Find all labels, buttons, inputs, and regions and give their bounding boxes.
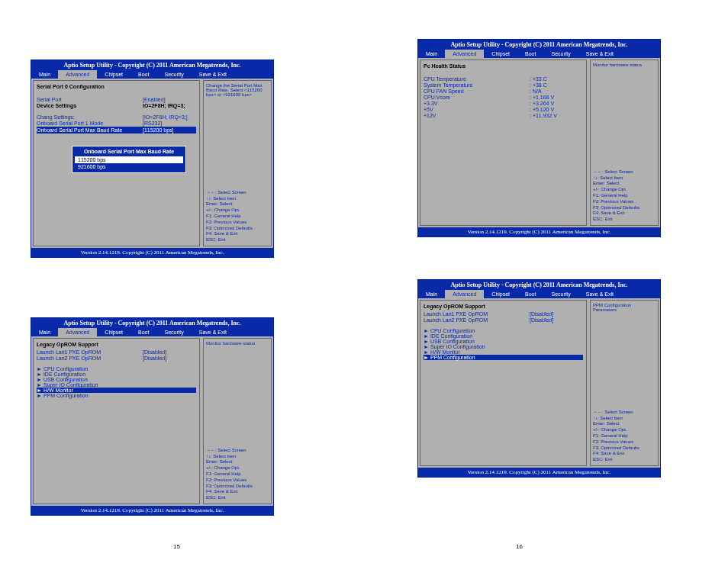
tab-main[interactable]: Main [31,328,58,336]
submenu-ide[interactable]: ► IDE Configuration [424,333,583,339]
row-max-baud-selected[interactable]: Onboard Serial Port Max Baud Rate[115200… [37,127,196,134]
popup-title: Onboard Serial Port Max Baud Rate [75,149,183,154]
row-lan1-oprom[interactable]: Launch Lan1 PXE OpROM[Disabled] [37,349,196,355]
tab-boot[interactable]: Boot [130,328,156,336]
key-hint: +/-: Change Opt. [593,187,656,193]
submenu-ppm-selected[interactable]: ► PPM Configuration [424,355,583,360]
key-hint: F3: Optimized Defaults [593,205,656,211]
row-lan2-oprom[interactable]: Launch Lan2 PXE OpROM[Disabled] [424,317,583,323]
popup-option-115200[interactable]: 115200 bps [75,156,183,163]
key-hint: F4: Save & Exit [206,489,269,495]
row-3v3: +3.3V: +3.264 V [424,101,583,106]
title-bar: Aptio Setup Utility - Copyright (C) 2011… [31,60,273,70]
tab-security[interactable]: Security [156,70,191,79]
key-hint: F3: Optimized Defaults [593,446,656,452]
tab-main[interactable]: Main [418,50,445,58]
tab-bar: Main Advanced Chipset Boot Security Save… [418,290,660,298]
key-hint: F1: General Help [593,433,656,439]
value: : +1.168 V [530,95,583,100]
key-hint: F3: Optimized Defaults [206,226,269,232]
tab-boot[interactable]: Boot [517,290,543,298]
help-text: Monitor hardware status [593,63,656,67]
submenu-label: H/W Monitor [430,349,460,355]
left-pane: Pc Health Status CPU Temperature: +33 C … [420,60,587,226]
value: : +5.120 V [530,107,583,112]
arrow-icon: ► [37,377,43,382]
help-text: Change the Serial Port Max Baud Rate. Se… [206,83,269,97]
tab-boot[interactable]: Boot [517,50,543,58]
tab-save-exit[interactable]: Save & Exit [192,70,234,79]
key-hint: F1: General Help [206,471,269,478]
tab-bar: Main Advanced Chipset Boot Security Save… [31,328,273,336]
tab-advanced[interactable]: Advanced [445,50,484,58]
key-hint: F2: Previous Values [593,199,656,205]
row-port-mode[interactable]: Onboard Serial Port 1 Mode[RS232] [37,121,196,126]
row-serial-port[interactable]: Serial Port[Enabled] [37,97,196,102]
content-area: Pc Health Status CPU Temperature: +33 C … [418,58,660,227]
submenu-label: IDE Configuration [43,372,85,377]
tab-save-exit[interactable]: Save & Exit [578,50,621,58]
key-hint: +/-: Change Opt. [206,208,269,214]
right-pane: PPM Configuration Parameters →←: Select … [590,300,659,466]
left-pane: Serial Port 0 Configuration Serial Port[… [33,80,200,246]
tab-security[interactable]: Security [156,328,191,336]
help-text: PPM Configuration Parameters [593,303,656,312]
row-5v: +5V: +5.120 V [424,107,583,112]
key-hint: →←: Select Screen [593,169,656,175]
bios-panel-serial: Aptio Setup Utility - Copyright (C) 2011… [31,60,274,258]
tab-chipset[interactable]: Chipset [97,328,130,336]
help-keys: →←: Select Screen ↑↓: Select Item Enter:… [206,190,269,243]
tab-advanced[interactable]: Advanced [58,328,97,336]
key-hint: F1: General Help [593,193,656,199]
value: [Enabled] [143,97,196,102]
tab-security[interactable]: Security [543,50,578,58]
submenu-hwmon-selected[interactable]: ► H/W Monitor [37,388,196,393]
submenu-usb[interactable]: ► USB Configuration [37,377,196,382]
submenu-label: PPM Configuration [430,355,475,360]
arrow-icon: ► [424,328,430,333]
label: Onboard Serial Port 1 Mode [37,121,143,126]
row-change-settings[interactable]: Chang Settings:[IO=2F8H; IRQ=3;] [37,114,196,120]
row-lan2-oprom[interactable]: Launch Lan2 PXE OpROM[Disabled] [37,355,196,361]
tab-advanced[interactable]: Advanced [445,290,484,298]
tab-save-exit[interactable]: Save & Exit [578,290,621,298]
key-hint: Enter: Select [593,421,656,427]
tab-chipset[interactable]: Chipset [484,50,517,58]
tab-boot[interactable]: Boot [130,70,156,79]
baud-rate-popup[interactable]: Onboard Serial Port Max Baud Rate 115200… [72,146,186,173]
submenu-cpu[interactable]: ► CPU Configuration [424,328,583,333]
label: Serial Port [37,97,143,102]
tab-save-exit[interactable]: Save & Exit [192,328,234,336]
tab-security[interactable]: Security [543,290,578,298]
key-hint: →←: Select Screen [593,410,656,416]
submenu-ppm[interactable]: ► PPM Configuration [37,393,196,398]
key-hint: ESC: Exit [593,217,656,223]
key-hint: →←: Select Screen [206,448,269,454]
submenu-hwmon[interactable]: ► H/W Monitor [424,349,583,355]
submenu-superio[interactable]: ► Super IO Configuration [37,382,196,388]
value: [RS232] [143,121,196,126]
label: Launch Lan1 PXE OpROM [424,311,530,317]
tab-main[interactable]: Main [418,290,445,298]
left-pane: Legacy OpROM Support Launch Lan1 PXE OpR… [33,338,200,504]
label: Chang Settings: [37,114,143,120]
submenu-superio[interactable]: ► Super IO Configuration [424,344,583,349]
title-bar: Aptio Setup Utility - Copyright (C) 2011… [418,40,660,50]
submenu-cpu[interactable]: ► CPU Configuration [37,366,196,372]
submenu-ide[interactable]: ► IDE Configuration [37,372,196,377]
key-hint: F2: Previous Values [593,439,656,446]
key-hint: F1: General Help [206,214,269,220]
left-pane: Legacy OpROM Support Launch Lan1 PXE OpR… [420,300,587,466]
tab-advanced[interactable]: Advanced [58,70,97,79]
row-lan1-oprom[interactable]: Launch Lan1 PXE OpROM[Disabled] [424,311,583,317]
label: Launch Lan2 PXE OpROM [424,317,530,323]
submenu-usb[interactable]: ► USB Configuration [424,339,583,344]
version-footer: Version 2.14.1219. Copyright (C) 2011 Am… [418,468,660,477]
value: [IO=2F8H; IRQ=3;] [143,114,196,120]
value: [115200 bps] [143,127,196,133]
tab-chipset[interactable]: Chipset [97,70,130,79]
tab-main[interactable]: Main [31,70,58,79]
tab-chipset[interactable]: Chipset [484,290,517,298]
popup-option-921600[interactable]: 921600 bps [75,163,183,170]
arrow-icon: ► [424,333,430,339]
